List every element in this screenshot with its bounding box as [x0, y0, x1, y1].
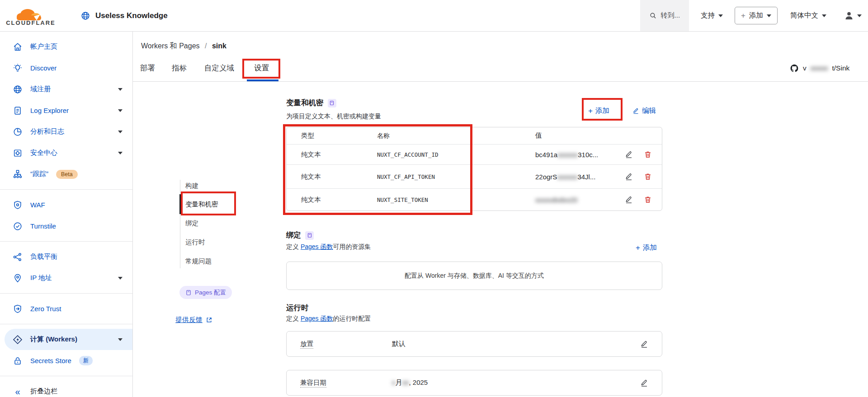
search-input[interactable]: 转到...: [640, 0, 689, 31]
tab-settings[interactable]: 设置: [254, 63, 269, 73]
tab-deployments[interactable]: 部署: [140, 63, 155, 73]
sidebar-divider: [0, 241, 132, 242]
subnav-rail: [180, 180, 180, 268]
support-menu[interactable]: 支持: [701, 11, 723, 20]
bindings-add-button[interactable]: + 添加: [636, 243, 657, 252]
subnav-item-build[interactable]: 构建: [185, 182, 198, 190]
breadcrumb-project-name: sink: [212, 42, 226, 50]
col-header-name: 名称: [377, 132, 535, 140]
sidebar-item-security-center[interactable]: 安全中心: [0, 142, 132, 163]
tab-custom-domains[interactable]: 自定义域: [204, 63, 234, 73]
subnav-item-vars-secrets[interactable]: 变量和机密: [185, 200, 218, 209]
sidebar-item-label: “跟踪”: [30, 170, 48, 178]
user-menu[interactable]: [844, 10, 862, 21]
tab-metrics[interactable]: 指标: [172, 63, 187, 73]
search-placeholder: 转到...: [661, 11, 680, 20]
sidebar-item-zero-trust[interactable]: Zero Trust: [0, 298, 132, 319]
sidebar-item-label: Turnstile: [30, 222, 56, 230]
compatibility-date-value: x月xx, 2025: [392, 378, 428, 387]
sidebar-item-label: 帐户主页: [30, 42, 57, 51]
desc-text: 的运行时配置: [333, 315, 371, 322]
clock-check-icon: [13, 221, 23, 231]
github-icon: [790, 64, 799, 73]
subnav-item-runtime[interactable]: 运行时: [185, 238, 205, 247]
edit-pencil-icon[interactable]: [625, 196, 633, 204]
var-name: NUXT_CF_ACCOUNT_ID: [377, 151, 535, 158]
date-redacted: x: [392, 378, 396, 386]
edit-pencil-icon[interactable]: [625, 173, 633, 181]
delete-trash-icon[interactable]: [644, 196, 652, 204]
sidebar-item-label: 域注册: [30, 85, 51, 93]
edit-pencil-icon[interactable]: [625, 150, 633, 159]
var-type: 纯文本: [287, 173, 377, 181]
collapse-sidebar-button[interactable]: « 折叠边栏: [0, 381, 132, 397]
vars-edit-button[interactable]: 编辑: [632, 106, 656, 116]
placement-label: 放置: [300, 340, 392, 348]
pie-chart-icon: [13, 127, 23, 137]
sidebar-item-log-explorer[interactable]: Log Explorer: [0, 100, 132, 121]
pages-functions-link[interactable]: Pages 函数: [301, 315, 333, 322]
sidebar-item-load-balancing[interactable]: 负载平衡: [0, 246, 132, 267]
plus-icon: +: [741, 12, 745, 19]
col-header-value: 值: [535, 131, 662, 140]
sidebar-item-domain-registration[interactable]: 域注册: [0, 79, 132, 100]
table-row: 纯文本 NUXT_CF_ACCOUNT_ID bc491axxxxxx310c.…: [287, 145, 662, 165]
top-nav-right: 转到... 支持 + 添加 简体中文: [640, 0, 868, 31]
pages-functions-link[interactable]: Pages 函数: [301, 243, 333, 250]
double-chevron-left-icon: «: [13, 387, 23, 396]
sidebar-item-waf[interactable]: WAF: [0, 194, 132, 215]
sidebar-item-workers[interactable]: 计算 (Workers): [5, 329, 132, 350]
account-switcher[interactable]: Useless Knowledge: [80, 11, 168, 21]
var-type: 纯文本: [287, 150, 377, 159]
document-icon: [13, 106, 23, 116]
compatibility-date-label: 兼容日期: [300, 378, 392, 387]
vars-section-desc: 为项目定义文本、机密或构建变量: [286, 112, 381, 121]
sidebar-item-secrets-store[interactable]: Secrets Store 新: [0, 350, 132, 371]
sidebar-item-ip-addresses[interactable]: IP 地址: [0, 267, 132, 289]
pages-config-badge[interactable]: Pages 配置: [179, 286, 232, 299]
sidebar-item-account-home[interactable]: 帐户主页: [0, 36, 132, 57]
var-value-prefix: 22ogrS: [535, 173, 557, 181]
github-repo-link[interactable]: vxxxxxt/Sink: [790, 64, 849, 73]
globe-icon: [80, 11, 90, 21]
edit-pencil-icon[interactable]: [640, 340, 648, 348]
subnav-active-indicator: [179, 194, 181, 214]
sidebar-item-turnstile[interactable]: Turnstile: [0, 215, 132, 237]
sidebar-item-discover[interactable]: Discover: [0, 57, 132, 79]
chevron-down-icon: [118, 88, 123, 91]
var-name: NUXT_CF_API_TOKEN: [377, 173, 535, 180]
cloudflare-dashboard: CLOUDFLARE Useless Knowledge 转到... 支持 +: [0, 0, 868, 397]
delete-trash-icon[interactable]: [644, 150, 652, 159]
cloudflare-logo[interactable]: CLOUDFLARE: [7, 5, 54, 26]
var-value-suffix: 34Jl...: [577, 173, 595, 181]
cloudflare-cloud-icon: [14, 5, 47, 21]
add-button[interactable]: + 添加: [735, 7, 778, 24]
placement-value: 默认: [392, 340, 406, 348]
vars-title-text: 变量和机密: [286, 98, 324, 108]
plus-icon: +: [588, 107, 593, 115]
account-name: Useless Knowledge: [95, 11, 168, 20]
sidebar-item-trace[interactable]: “跟踪” Beta: [0, 163, 132, 185]
bindings-add-label: 添加: [643, 243, 657, 252]
repo-name-suffix: t/Sink: [832, 64, 850, 72]
sidebar-item-label: IP 地址: [30, 274, 52, 282]
sidebar-item-analytics-logs[interactable]: 分析和日志: [0, 121, 132, 142]
breadcrumb-workers-pages[interactable]: Workers 和 Pages: [141, 42, 200, 50]
chevron-down-icon: [857, 14, 862, 17]
language-menu[interactable]: 简体中文: [790, 11, 826, 20]
feedback-link[interactable]: 提供反馈: [175, 316, 212, 324]
language-label: 简体中文: [790, 11, 818, 20]
vars-add-button[interactable]: + 添加: [588, 106, 609, 116]
edit-pencil-icon[interactable]: [640, 379, 648, 387]
row-actions: [625, 150, 652, 159]
var-value-cell: xxxxvdvdxx20: [535, 196, 662, 204]
subnav-item-general[interactable]: 常规问题: [185, 257, 212, 266]
sidebar-item-label: 分析和日志: [30, 127, 64, 136]
desc-text: 定义: [286, 315, 301, 322]
subnav-item-bindings[interactable]: 绑定: [185, 219, 198, 228]
delete-trash-icon[interactable]: [644, 173, 652, 181]
repo-name-redacted: xxxxx: [811, 64, 828, 72]
vault-icon: [13, 148, 23, 158]
sidebar-divider: [0, 293, 132, 294]
var-value-prefix: bc491a: [535, 151, 557, 159]
